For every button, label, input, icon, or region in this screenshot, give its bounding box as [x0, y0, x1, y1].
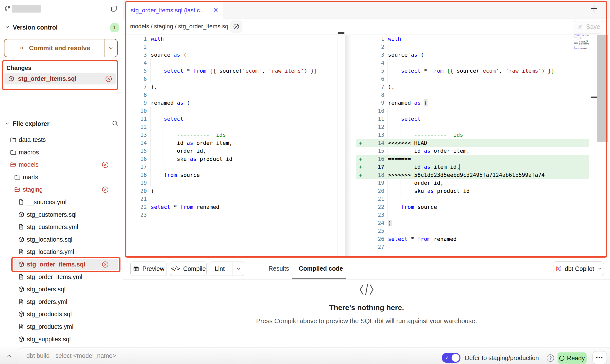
code-line-11[interactable]: 11 select: [345, 115, 589, 123]
tab-close-icon[interactable]: ✕: [213, 6, 218, 14]
diff-pane-original[interactable]: 1with23source as (45 select * from {{ so…: [126, 35, 338, 252]
code-line-7[interactable]: 7),: [126, 83, 338, 91]
search-icon[interactable]: [111, 120, 119, 127]
code-line-21[interactable]: 21: [126, 195, 338, 203]
code-line-18[interactable]: 18 from source: [126, 171, 338, 179]
code-line-6[interactable]: 6: [345, 75, 589, 83]
chevron-down-icon[interactable]: [4, 120, 10, 126]
code-line-5[interactable]: 5 select * from {{ source('ecom', 'raw_i…: [126, 67, 338, 75]
lineage-icon[interactable]: [230, 20, 242, 33]
code-line-15[interactable]: 15 order_id,: [126, 147, 338, 155]
file-item--sources-yml[interactable]: __sources.yml: [0, 196, 123, 208]
code-line-16[interactable]: +16=======: [345, 155, 589, 163]
code-line-22[interactable]: 22 from source: [345, 203, 589, 211]
copy-docs-icon[interactable]: [110, 5, 118, 12]
code-line-16[interactable]: 16 sku as product_id: [126, 155, 338, 163]
file-item-stg-order-items-sql[interactable]: stg_order_items.sql: [0, 258, 123, 271]
discard-change-icon[interactable]: [105, 75, 112, 83]
diff-pane-modified[interactable]: 1with23source as (45 select * from {{ so…: [345, 35, 589, 252]
code-line-26[interactable]: 26select * from renamed: [345, 235, 589, 243]
tab-results[interactable]: Results: [269, 265, 289, 272]
code-line-2[interactable]: 2: [126, 43, 338, 51]
code-line-13[interactable]: 13 ---------- ids: [126, 131, 338, 139]
discard-change-icon[interactable]: [102, 186, 109, 193]
code-line-18[interactable]: +18>>>>>>> 58c1dd23d5eebd9cd2495fa7124ab…: [345, 171, 589, 179]
right-scrollbar-thumb[interactable]: [597, 35, 608, 142]
file-item-stg-products-sql[interactable]: stg_products.sql: [0, 308, 123, 320]
preview-button[interactable]: Preview: [130, 262, 167, 276]
left-scrollbar-thumb[interactable]: [338, 32, 344, 34]
file-item-stg-orders-yml[interactable]: stg_orders.yml: [0, 296, 123, 308]
code-line-11[interactable]: 11 select: [126, 115, 338, 123]
defer-toggle[interactable]: ✓: [442, 353, 460, 363]
more-options-button[interactable]: •••: [593, 351, 607, 364]
file-item-stg-products-yml[interactable]: stg_products.yml: [0, 321, 123, 333]
discard-change-icon[interactable]: [102, 261, 109, 268]
file-item-stg-locations-yml[interactable]: stg_locations.yml: [0, 246, 123, 258]
code-line-21[interactable]: 21: [345, 195, 589, 203]
code-line-25[interactable]: 25: [345, 227, 589, 235]
discard-change-icon[interactable]: [102, 161, 109, 168]
code-line-19[interactable]: 19: [126, 179, 338, 187]
code-line-8[interactable]: 8: [345, 91, 589, 99]
lint-dropdown-button[interactable]: [233, 262, 244, 276]
code-line-17[interactable]: +17 id as item_id,: [345, 163, 589, 171]
code-line-10[interactable]: 10: [345, 107, 589, 115]
file-item-models[interactable]: models: [0, 159, 123, 171]
commit-and-resolve-button[interactable]: Commit and resolve: [4, 39, 118, 57]
code-line-1[interactable]: 1with: [126, 35, 338, 43]
tab-compiled-code[interactable]: Compiled code: [299, 265, 343, 272]
code-line-3[interactable]: 3source as (: [345, 51, 589, 59]
code-line-13[interactable]: 13 ---------- ids: [345, 131, 589, 139]
help-icon[interactable]: ?: [547, 354, 554, 362]
code-line-27[interactable]: 27: [345, 243, 589, 251]
dbt-copilot-button[interactable]: dbt Copilot: [554, 261, 604, 276]
file-item-staging[interactable]: staging: [0, 183, 123, 196]
file-item-stg-order-items-yml[interactable]: stg_order_items.yml: [0, 271, 123, 283]
file-item-macros[interactable]: macros: [0, 146, 123, 159]
command-input[interactable]: dbt build --select <model_name> ✓ Defer …: [19, 347, 610, 364]
code-line-1[interactable]: 1with: [345, 35, 589, 43]
code-line-17[interactable]: 17: [126, 163, 338, 171]
file-item-stg-supplies-sql[interactable]: stg_supplies.sql: [0, 333, 123, 346]
save-button[interactable]: Save: [573, 20, 604, 33]
code-line-10[interactable]: 10: [126, 107, 338, 115]
file-item-marts[interactable]: marts: [0, 171, 123, 183]
changed-file-item[interactable]: stg_order_items.sql: [4, 73, 116, 84]
code-line-22[interactable]: 22select * from renamed: [126, 203, 338, 211]
tab-stg-order-items[interactable]: stg_order_items.sql (last c... ✕: [126, 2, 223, 18]
code-line-8[interactable]: 8: [126, 91, 338, 99]
chevron-down-icon[interactable]: [4, 24, 10, 30]
code-line-3[interactable]: 3source as (: [126, 51, 338, 59]
file-item-data-tests[interactable]: data-tests: [0, 134, 123, 146]
code-line-12[interactable]: 12: [345, 123, 589, 131]
compile-button[interactable]: </> Compile: [170, 262, 207, 276]
code-line-5[interactable]: 5 select * from {{ source('ecom', 'raw_i…: [345, 67, 589, 75]
code-line-2[interactable]: 2: [345, 43, 589, 51]
file-item-stg-customers-yml[interactable]: stg_customers.yml: [0, 221, 123, 233]
lint-button[interactable]: Lint: [210, 262, 244, 276]
file-item-stg-orders-sql[interactable]: stg_orders.sql: [0, 283, 123, 296]
code-line-12[interactable]: 12: [126, 123, 338, 131]
code-line-14[interactable]: +14<<<<<<< HEAD: [345, 139, 589, 147]
code-line-7[interactable]: 7),: [345, 83, 589, 91]
code-line-23[interactable]: 23: [126, 211, 338, 219]
code-line-9[interactable]: 9renamed as (: [126, 99, 338, 107]
code-line-15[interactable]: 15 id as order_item,: [345, 147, 589, 155]
file-item-stg-customers-sql[interactable]: stg_customers.sql: [0, 209, 123, 221]
code-line-4[interactable]: 4: [345, 59, 589, 67]
chevron-up-icon[interactable]: [6, 353, 12, 359]
minimap[interactable]: with source as ( select * from {{ source…: [574, 33, 589, 50]
code-line-23[interactable]: 23: [345, 211, 589, 219]
new-tab-plus-icon[interactable]: [589, 4, 599, 13]
code-line-14[interactable]: 14 id as order_item,: [126, 139, 338, 147]
code-line-24[interactable]: 24): [345, 219, 589, 227]
code-line-20[interactable]: 20 sku as product_id: [345, 187, 589, 195]
code-line-19[interactable]: 19 order_id,: [345, 179, 589, 187]
code-line-20[interactable]: 20): [126, 187, 338, 195]
commit-dropdown-button[interactable]: [104, 39, 117, 57]
code-line-4[interactable]: 4: [126, 59, 338, 67]
code-line-6[interactable]: 6: [126, 75, 338, 83]
file-item-stg-locations-sql[interactable]: stg_locations.sql: [0, 233, 123, 246]
code-line-9[interactable]: 9renamed as (: [345, 99, 589, 107]
